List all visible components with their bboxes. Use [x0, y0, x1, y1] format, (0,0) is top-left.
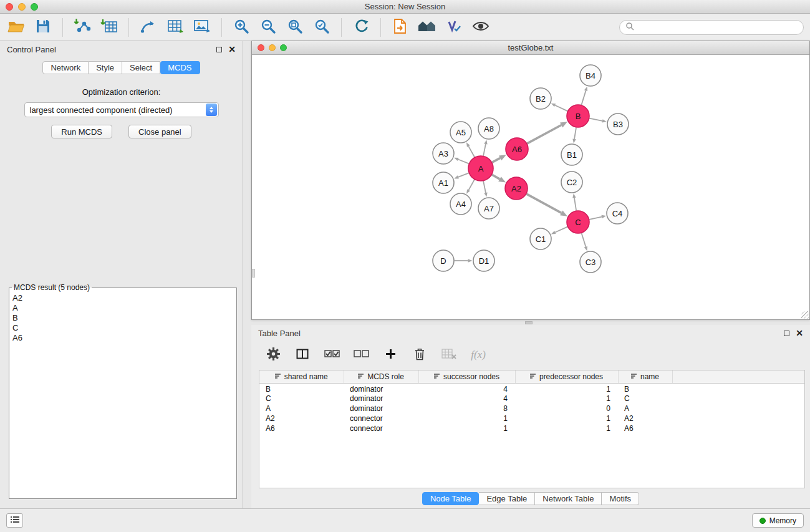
tab-select[interactable]: Select [122, 61, 160, 74]
close-window-button[interactable] [6, 3, 13, 11]
mcds-result-item[interactable]: A [9, 303, 236, 313]
new-network-button[interactable] [138, 17, 158, 37]
zoom-out-button[interactable] [258, 17, 278, 37]
network-edge-A2-C[interactable] [526, 194, 567, 216]
network-node-C2[interactable]: C2 [561, 172, 582, 193]
network-close-button[interactable] [258, 44, 264, 51]
table-row[interactable]: Cdominator41C [259, 394, 804, 404]
close-panel-button[interactable]: Close panel [128, 125, 191, 138]
add-column-button[interactable] [382, 347, 398, 363]
select-all-button[interactable] [324, 347, 340, 363]
network-edge-A6-B[interactable] [527, 122, 567, 143]
tab-network[interactable]: Network [42, 61, 89, 74]
float-panel-icon[interactable] [216, 47, 222, 52]
run-mcds-button[interactable]: Run MCDS [51, 125, 112, 138]
table-cell[interactable]: 1 [418, 414, 515, 423]
network-edge-C-C2[interactable] [572, 193, 576, 210]
table-cell[interactable]: 0 [515, 404, 618, 414]
float-table-panel-icon[interactable] [784, 331, 789, 336]
network-node-B2[interactable]: B2 [530, 88, 551, 109]
network-node-D1[interactable]: D1 [473, 250, 494, 271]
canvas-scroll-handle[interactable] [252, 269, 255, 278]
network-node-A6[interactable]: A6 [506, 138, 528, 160]
table-cell[interactable]: dominator [344, 394, 418, 404]
table-cell[interactable]: connector [344, 414, 418, 423]
zoom-in-button[interactable] [231, 17, 251, 37]
save-session-button[interactable] [33, 17, 53, 37]
table-row[interactable]: Adominator80A [259, 404, 804, 414]
tab-mcds[interactable]: MCDS [160, 61, 200, 74]
table-cell[interactable]: 4 [418, 383, 515, 394]
tab-node-table[interactable]: Node Table [422, 492, 480, 505]
network-edge-A-A2[interactable] [492, 175, 506, 182]
network-edge-B-B1[interactable] [572, 127, 576, 143]
function-builder-button[interactable]: f(x) [470, 347, 486, 363]
maximize-window-button[interactable] [31, 3, 38, 11]
table-cell[interactable]: 4 [418, 394, 515, 404]
network-canvas[interactable]: AA1A2A3A4A5A6A7A8BB1B2B3B4CC1C2C3C4DD1 [252, 55, 809, 319]
column-header-shared-name[interactable]: shared name [259, 370, 344, 383]
network-edge-A-A8[interactable] [483, 140, 488, 156]
close-table-panel-icon[interactable]: ✕ [796, 329, 803, 337]
deselect-all-button[interactable] [353, 347, 369, 363]
memory-button[interactable]: Memory [752, 513, 804, 528]
table-cell[interactable]: A [259, 404, 344, 414]
close-panel-icon[interactable]: ✕ [228, 45, 236, 54]
validate-button[interactable] [444, 17, 464, 37]
network-node-A2[interactable]: A2 [505, 177, 528, 200]
network-node-C[interactable]: C [567, 211, 589, 233]
table-cell[interactable]: A2 [618, 414, 672, 423]
table-row[interactable]: A2connector11A2 [259, 414, 804, 423]
delete-table-button[interactable] [441, 347, 457, 363]
import-table-file-button[interactable] [99, 17, 119, 37]
tab-network-table[interactable]: Network Table [535, 492, 602, 505]
network-edge-A-A3[interactable] [454, 158, 469, 164]
tab-motifs[interactable]: Motifs [602, 492, 639, 505]
tab-edge-table[interactable]: Edge Table [479, 492, 535, 505]
zoom-selected-button[interactable] [312, 17, 332, 37]
network-edge-B-B2[interactable] [551, 104, 567, 111]
column-header-successor-nodes[interactable]: successor nodes [418, 370, 515, 383]
network-maximize-button[interactable] [280, 44, 287, 51]
network-node-A4[interactable]: A4 [450, 193, 471, 215]
network-edge-C-C1[interactable] [551, 227, 567, 235]
import-network-file-button[interactable] [72, 17, 92, 37]
network-node-B3[interactable]: B3 [607, 114, 629, 135]
mcds-result-item[interactable]: A6 [9, 333, 236, 343]
mcds-result-item[interactable]: C [9, 323, 236, 333]
table-cell[interactable]: C [259, 394, 344, 404]
column-header-mcds-role[interactable]: MCDS role [344, 370, 418, 383]
search-box[interactable] [619, 20, 804, 35]
network-node-B[interactable]: B [567, 105, 589, 127]
table-cell[interactable]: 1 [515, 394, 618, 404]
table-cell[interactable]: 8 [418, 404, 515, 414]
table-cell[interactable]: dominator [344, 383, 418, 394]
network-edge-A-A5[interactable] [466, 142, 475, 157]
search-input[interactable] [637, 22, 798, 32]
table-row[interactable]: Bdominator41B [259, 383, 804, 394]
panel-splitter-handle[interactable] [525, 321, 533, 324]
network-node-A[interactable]: A [468, 156, 493, 181]
table-cell[interactable]: 1 [515, 414, 618, 423]
network-node-D[interactable]: D [433, 250, 454, 271]
mcds-result-item[interactable]: A2 [9, 293, 236, 303]
table-cell[interactable]: B [618, 383, 672, 394]
resize-grip-icon[interactable] [801, 311, 809, 319]
table-cell[interactable]: connector [344, 423, 418, 433]
new-table-button[interactable] [165, 17, 185, 37]
network-node-B4[interactable]: B4 [580, 65, 601, 86]
task-history-button[interactable] [6, 513, 23, 528]
table-settings-button[interactable] [265, 347, 281, 363]
apply-layout-button[interactable] [351, 17, 371, 37]
network-node-A8[interactable]: A8 [478, 118, 499, 139]
show-graphics-button[interactable] [471, 17, 491, 37]
network-node-A3[interactable]: A3 [433, 143, 454, 164]
network-minimize-button[interactable] [269, 44, 276, 51]
export-document-button[interactable] [390, 17, 410, 37]
network-edge-A-A4[interactable] [466, 180, 475, 194]
open-session-button[interactable] [6, 17, 26, 37]
export-image-button[interactable] [192, 17, 212, 37]
table-cell[interactable]: dominator [344, 404, 418, 414]
network-node-C3[interactable]: C3 [580, 251, 601, 273]
delete-column-button[interactable] [412, 347, 428, 363]
